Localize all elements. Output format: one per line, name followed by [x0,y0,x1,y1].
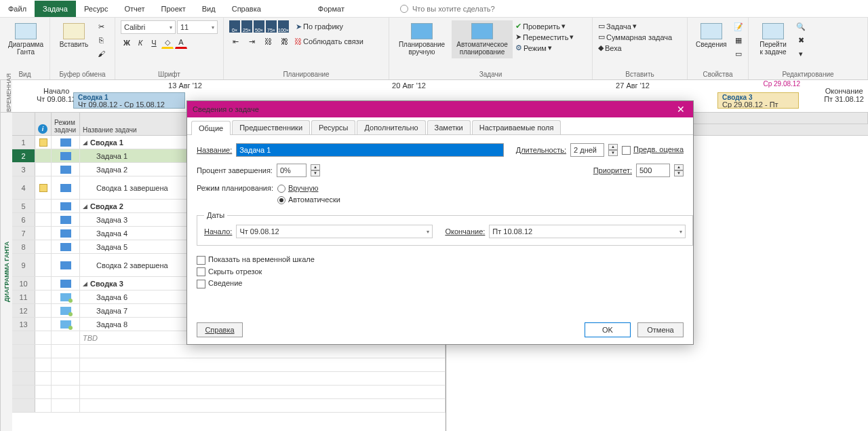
ok-button[interactable]: OK [585,322,631,337]
priority-input[interactable] [636,164,670,177]
row-mode[interactable] [52,277,80,290]
on-track-button[interactable]: ➤По графику [296,22,343,31]
row-mode[interactable] [52,200,80,212]
row-mode[interactable] [52,136,80,149]
menu-format[interactable]: Формат [310,1,353,17]
details-button[interactable]: ▦ [732,34,745,46]
menu-project[interactable]: Проект [153,1,194,17]
tab-general[interactable]: Общие [191,121,231,135]
notes-button[interactable]: 📝 [732,20,745,33]
tab-custom-fields[interactable]: Настраиваемые поля [472,120,561,134]
row-number[interactable]: 9 [12,254,35,276]
inspect-button[interactable]: ✔Проверить▾ [515,22,574,31]
fill-button[interactable]: ▾ [795,48,807,60]
font-color-button[interactable]: A [175,37,187,49]
row-mode[interactable] [52,291,80,303]
estimated-checkbox[interactable]: Предв. оценка [622,145,684,155]
copy-button[interactable]: ⎘ [95,34,107,46]
col-info[interactable]: i [35,113,52,135]
row-mode[interactable] [52,176,80,199]
respect-links-button[interactable]: ⛓Соблюдать связи [294,37,363,45]
font-family-combo[interactable]: Calibri▾ [121,20,176,34]
table-row[interactable] [12,399,446,413]
insert-task-button[interactable]: ▭Задача▾ [598,22,682,31]
row-mode[interactable] [52,213,80,226]
help-button[interactable]: Справка [197,322,243,337]
row-number[interactable]: 13 [12,318,35,331]
row-mode[interactable] [52,163,80,176]
row-number[interactable]: 1 [12,136,35,149]
task-name-input[interactable] [236,143,503,157]
dialog-titlebar[interactable]: Сведения о задаче✕ [187,101,693,117]
outdent-button[interactable]: ⇤ [229,35,241,48]
scroll-to-task-button[interactable]: Перейти к задаче [754,20,792,58]
insert-milestone-button[interactable]: ◆Веха [598,43,682,52]
cut-button[interactable]: ✂ [95,20,107,33]
information-button[interactable]: Сведения [693,20,730,51]
timeline-button[interactable]: ▭ [732,48,745,60]
tab-resources[interactable]: Ресурсы [311,120,355,134]
link-button[interactable]: ⛓ [262,35,274,48]
italic-button[interactable]: К [134,37,146,49]
row-number[interactable]: 12 [12,304,35,317]
row-number[interactable]: 4 [12,176,35,199]
show-on-timeline-checkbox[interactable]: Показать на временной шкале [197,255,684,265]
row-number[interactable]: 3 [12,163,35,176]
row-mode[interactable] [52,149,80,162]
font-size-combo[interactable]: 11▾ [177,20,218,34]
percent-input[interactable] [277,164,307,177]
menu-resource[interactable]: Ресурс [76,1,116,17]
tab-advanced[interactable]: Дополнительно [357,120,425,134]
gantt-chart-button[interactable]: Диаграмма Ганта [5,20,46,58]
col-mode[interactable]: Режим задачи [52,113,80,135]
bold-button[interactable]: Ж [121,37,133,49]
mode-manual-radio[interactable]: Вручную [277,184,340,193]
table-row[interactable] [12,386,446,399]
duration-input[interactable] [570,143,604,157]
row-number[interactable]: 7 [12,227,35,240]
priority-spinner[interactable]: ▲▼ [674,164,684,176]
row-number[interactable]: 6 [12,213,35,226]
timeline-bar-1[interactable]: Сводка 1Чт 09.08.12 - Ср 15.08.12 [73,92,185,109]
row-number[interactable]: 5 [12,200,35,212]
move-button[interactable]: ➤Переместить▾ [515,33,574,41]
auto-schedule-button[interactable]: Автоматическое планирование [452,20,513,58]
percent-spinner[interactable]: ▲▼ [311,164,320,176]
table-row[interactable] [12,358,446,372]
manual-schedule-button[interactable]: Планирование вручную [395,20,449,58]
row-mode[interactable] [52,304,80,317]
clear-button[interactable]: ✖ [795,34,807,46]
tab-notes[interactable]: Заметки [427,120,471,134]
paste-button[interactable]: Вставить [56,20,92,51]
rollup-checkbox[interactable]: Сведение [197,279,684,288]
dialog-close-button[interactable]: ✕ [674,102,688,116]
finish-date-combo[interactable]: Пт 10.08.12▾ [489,225,686,238]
row-mode[interactable] [52,254,80,276]
start-date-combo[interactable]: Чт 09.08.12▾ [236,225,433,238]
mode-button[interactable]: ⚙Режим▾ [515,43,574,52]
fill-color-button[interactable]: ◇ [161,37,174,49]
menu-help[interactable]: Справка [224,1,269,17]
row-mode[interactable] [52,227,80,240]
table-row[interactable] [12,372,446,386]
row-number[interactable]: 11 [12,291,35,303]
row-mode[interactable] [52,240,80,253]
tab-predecessors[interactable]: Предшественники [232,120,310,134]
indent-button[interactable]: ⇥ [245,35,258,48]
row-number[interactable]: 10 [12,277,35,290]
insert-summary-button[interactable]: ▭Суммарная задача [598,33,682,41]
table-row[interactable] [12,345,446,358]
menu-file[interactable]: Файл [0,1,35,17]
timeline-bar-3[interactable]: Сводка 3Ср 29.08.12 - Пт 31.08.12 [717,92,799,109]
row-number[interactable]: 2 [12,149,35,162]
duration-spinner[interactable]: ▲▼ [608,144,618,156]
tell-me[interactable] [393,5,541,13]
menu-task[interactable]: Задача [35,1,76,17]
find-button[interactable]: 🔍 [795,20,807,33]
row-number[interactable]: 8 [12,240,35,253]
percent-complete-buttons[interactable]: 0×25×50×75×100× [229,20,289,33]
menu-view[interactable]: Вид [194,1,224,17]
menu-report[interactable]: Отчет [116,1,153,17]
mode-auto-radio[interactable]: Автоматически [277,195,340,204]
hide-bar-checkbox[interactable]: Скрыть отрезок [197,267,684,277]
